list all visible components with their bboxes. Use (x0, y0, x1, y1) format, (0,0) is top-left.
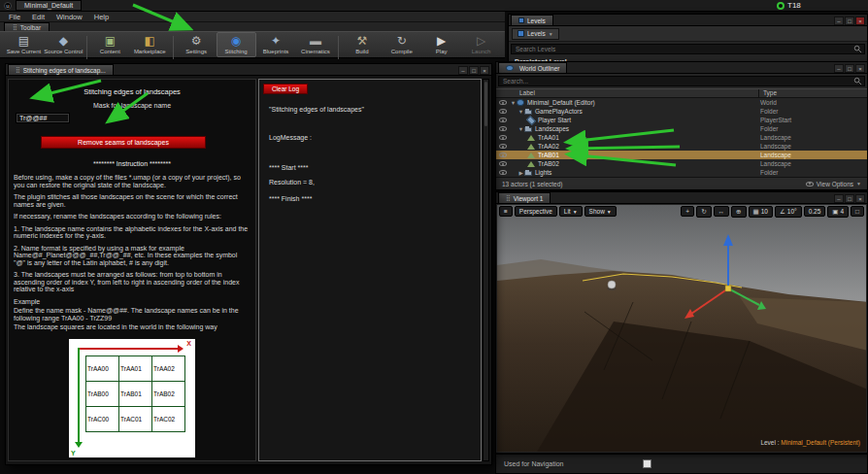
menu-file[interactable]: File (4, 13, 25, 21)
visibility-eye-icon[interactable] (499, 100, 507, 105)
remove-seams-button[interactable]: Remove seams of landscapes (41, 136, 206, 149)
compile-button[interactable]: ↻Compile (382, 32, 421, 57)
type-column-header[interactable]: Type (758, 89, 867, 97)
outliner-row-folder[interactable]: ▼ GamePlayActorsFolder (496, 107, 867, 116)
outliner-row-world[interactable]: ▼ Minimal_Default (Editor)World (496, 98, 867, 107)
visibility-eye-icon[interactable] (499, 170, 507, 175)
maximize-button[interactable]: □ (469, 66, 479, 75)
scale-tool-button[interactable]: ↔ (714, 206, 730, 217)
maximize-button[interactable]: □ (845, 17, 854, 25)
viewport-3d-view[interactable]: ≡ Perspective Lit▼ Show▼ + ↻ ↔ ⊕ ▦10 ∠10… (497, 205, 866, 452)
camera-speed-button[interactable]: ▣4 (827, 206, 849, 218)
mask-input[interactable] (16, 113, 70, 123)
grid-snap-button[interactable]: ▦10 (749, 206, 773, 218)
content-button[interactable]: ▣Content (90, 32, 130, 57)
outliner-header[interactable]: World Outliner – □ × (496, 62, 867, 74)
levels-dropdown-button[interactable]: Levels ▼ (512, 28, 559, 40)
lit-button[interactable]: Lit▼ (559, 206, 583, 217)
outliner-row-landscape[interactable]: TrAA01Landscape (496, 133, 867, 142)
levels-icon (518, 17, 524, 23)
visibility-eye-icon[interactable] (499, 161, 507, 166)
source-control-button[interactable]: ◆Source Control (44, 32, 83, 57)
minimize-button[interactable]: – (834, 64, 844, 73)
perspective-button[interactable]: Perspective (515, 206, 557, 217)
launch-button[interactable]: ▷Launch (461, 32, 501, 57)
outliner-row-landscape[interactable]: TrAB02Landscape (496, 159, 867, 168)
build-button[interactable]: ⚒Build (342, 32, 382, 57)
menu-window[interactable]: Window (51, 13, 87, 21)
viewport-options-button[interactable]: ≡ (499, 206, 513, 217)
visibility-eye-icon[interactable] (499, 126, 507, 131)
outliner-search-input[interactable] (499, 78, 853, 85)
minimize-button[interactable]: – (834, 17, 844, 25)
outliner-row-folder[interactable]: ▶ LightsFolder (496, 168, 867, 177)
view-options-button[interactable]: View Options ▼ (806, 181, 861, 187)
used-for-navigation-checkbox[interactable] (643, 459, 651, 468)
menu-help[interactable]: Help (89, 13, 114, 21)
minimize-button[interactable]: – (834, 194, 844, 203)
search-icon (853, 77, 862, 85)
save-current-button[interactable]: ▤Save Current (4, 32, 44, 57)
outliner-row-landscape[interactable]: TrAA02Landscape (496, 142, 867, 151)
visibility-eye-icon[interactable] (499, 118, 507, 122)
blueprints-button[interactable]: ✦Blueprints (256, 32, 296, 57)
toolbar-separator (86, 36, 87, 59)
outliner-row-actor[interactable]: Player StartPlayerStart (496, 116, 867, 124)
scale-snap-button[interactable]: 0.25 (804, 206, 826, 217)
viewport-header[interactable]: ⣿ Viewport 1 – □ × (496, 192, 867, 204)
expander-arrow-icon[interactable]: ▼ (517, 109, 524, 115)
window-titlebar[interactable]: u Minimal_Default (0, 0, 868, 12)
outliner-column-headers[interactable]: Label Type (496, 88, 867, 98)
show-button[interactable]: Show▼ (584, 206, 617, 217)
maximize-button[interactable]: □ (845, 64, 854, 73)
visibility-eye-icon[interactable] (499, 152, 507, 157)
world-space-button[interactable]: ⊕ (731, 206, 746, 218)
x-axis-arrow-icon (78, 348, 178, 350)
angle-snap-button[interactable]: ∠10° (775, 206, 802, 218)
stitching-window-header[interactable]: ⣿ Stitching edges of landscap... – □ × (6, 64, 491, 76)
outliner-row-landscape-selected[interactable]: TrAB01Landscape (496, 151, 867, 159)
close-button[interactable]: × (855, 194, 865, 203)
expander-arrow-icon[interactable]: ▶ (517, 170, 524, 176)
settings-button[interactable]: ⚙Settings (177, 32, 217, 57)
viewport-tab[interactable]: ⣿ Viewport 1 (498, 192, 551, 203)
scrollbar[interactable] (483, 79, 489, 461)
toolbar-tab[interactable]: ⣿ Toolbar (4, 22, 50, 31)
stitching-button[interactable]: ◉Stitching (217, 32, 256, 57)
instruction-paragraph: 1. The landscape name contains the alpha… (14, 225, 250, 240)
close-button[interactable]: × (480, 66, 489, 75)
cinematics-button[interactable]: ▬Cinematics (295, 32, 335, 57)
translate-tool-button[interactable]: + (681, 206, 694, 217)
compile-icon: ↻ (397, 35, 407, 48)
log-line: LogMessage : (269, 134, 477, 141)
expander-arrow-icon[interactable]: ▼ (517, 126, 524, 132)
toolbar-row: ▤Save Current ◆Source Control ▣Content ◧… (0, 31, 505, 58)
label-column-header[interactable]: Label (496, 89, 758, 97)
row-label: GamePlayActors (535, 108, 583, 115)
minimize-button[interactable]: – (458, 66, 468, 75)
expander-arrow-icon[interactable]: ▼ (510, 100, 517, 106)
play-button[interactable]: ▶Play (421, 32, 461, 57)
chevron-down-icon: ▼ (856, 181, 861, 186)
maximize-button[interactable]: □ (845, 194, 854, 203)
rotate-tool-button[interactable]: ↻ (696, 206, 711, 218)
marketplace-button[interactable]: ◧Marketplace (130, 32, 170, 57)
clear-log-button[interactable]: Clear Log (263, 84, 308, 94)
levels-panel-header[interactable]: Levels – □ × (509, 15, 867, 26)
scrollbar-thumb[interactable] (484, 82, 487, 126)
outliner-row-folder[interactable]: ▼ LandscapesFolder (496, 124, 867, 133)
maximize-viewport-button[interactable]: □ (851, 206, 864, 217)
visibility-eye-icon[interactable] (499, 144, 507, 149)
close-button[interactable]: × (855, 17, 865, 25)
levels-search-input[interactable] (512, 46, 853, 52)
visibility-eye-icon[interactable] (499, 135, 507, 140)
save-icon: ▤ (18, 35, 29, 48)
levels-tab[interactable]: Levels (511, 15, 553, 25)
stitching-window-tab[interactable]: ⣿ Stitching edges of landscap... (8, 64, 114, 75)
outliner-tab[interactable]: World Outliner (498, 62, 567, 73)
close-button[interactable]: × (855, 64, 865, 73)
menu-edit[interactable]: Edit (27, 13, 50, 21)
outliner-tab-label: World Outliner (519, 65, 559, 72)
visibility-eye-icon[interactable] (499, 109, 507, 114)
levels-dropdown-label: Levels (527, 30, 546, 37)
